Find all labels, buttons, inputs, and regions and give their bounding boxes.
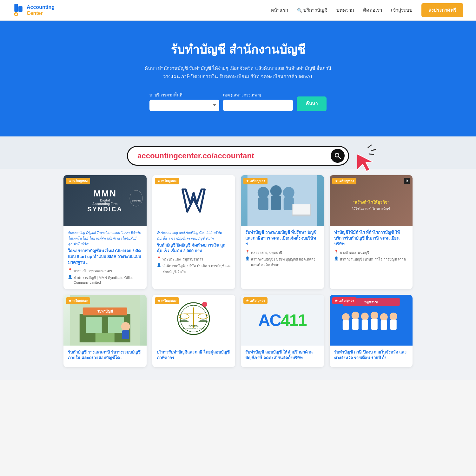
location-field: หาบริการตามพื้นที่	[149, 92, 219, 111]
svg-line-5	[339, 157, 341, 159]
card-1-subtitle: Accounting Digital Transformation "เวลา …	[68, 230, 142, 247]
card-6-badge: ★ เหรียญทอง	[155, 297, 179, 304]
card-7[interactable]: ★ เหรียญทอง AC411 รับทำบัญชี สอบบัญชี ให…	[241, 295, 324, 367]
card-5-badge: ★ เหรียญทอง	[66, 297, 90, 304]
svg-point-16	[270, 185, 282, 197]
card-6-title: บริการรับทำบัญชีและภาษี โดยผู้สอบบัญชีภา…	[157, 349, 231, 361]
search-form: หาบริการตามพื้นที่ เขต (เฉพาะกรุงเทพฯ) ค…	[13, 92, 463, 111]
card-4-image: ★ เหรียญทอง R "สร้างกำไรให้ธุรกิจ"ไว้ใจใ…	[330, 175, 413, 226]
svg-point-29	[121, 322, 130, 331]
url-bar-wrapper: accountingcenter.co/accountant	[127, 146, 349, 166]
card-6[interactable]: ★ เหรียญทอง PAPADSARA	[152, 295, 235, 367]
card-4-body: ทำบัญชีให้มีกำไร ที่กำไรการบัญชี ให้บริก…	[330, 226, 413, 267]
logo-icon	[13, 4, 24, 17]
svg-rect-46	[361, 320, 368, 330]
card-3-location: 📍 คลองหลวง, ปทุมธานี	[245, 250, 320, 255]
card-5[interactable]: ★ เหรียญทอง รับทำบัญชี	[63, 295, 147, 367]
papadsara-logo: PAPADSARA ACCOUNTING SERVICES CO.,LTD.	[175, 301, 213, 342]
svg-point-18	[283, 187, 294, 198]
card-6-image: ★ เหรียญทอง PAPADSARA	[152, 295, 235, 346]
card-2-image: ★ เหรียญทอง	[152, 175, 235, 226]
card-3[interactable]: ★ เหรียญทอง	[241, 175, 324, 289]
svg-rect-42	[342, 320, 349, 330]
card-5-body: รับทำบัญชี วางแผนภาษี รับวางระบบบัญชีภาย…	[63, 346, 147, 367]
card-7-body: รับทำบัญชี สอบบัญชี ให้คำปรึกษาด้านบัญชี…	[241, 346, 324, 367]
location-select[interactable]	[149, 100, 219, 111]
svg-point-45	[361, 313, 368, 320]
pin-icon-3: 📍	[245, 250, 250, 254]
svg-rect-15	[258, 197, 268, 210]
nav-articles[interactable]: บทความ	[336, 6, 354, 14]
svg-text:ACCOUNTING SERVICES CO.,LTD.: ACCOUNTING SERVICES CO.,LTD.	[183, 328, 204, 329]
hero-title: รับทำบัญชี สำนักงานบัญชี	[13, 40, 463, 59]
district-field: เขต (เฉพาะกรุงเทพฯ)	[223, 92, 293, 111]
card-7-title: รับทำบัญชี สอบบัญชี ให้คำปรึกษาด้านบัญชี…	[245, 349, 320, 361]
pin-icon-4: 📍	[334, 250, 339, 254]
card-1-body: Accounting Digital Transformation "เวลา …	[63, 226, 147, 289]
card-2-subtitle: W Accounting and Auditing Co., Ltd. บริษ…	[157, 230, 231, 241]
svg-point-43	[351, 312, 359, 319]
svg-point-47	[370, 312, 378, 319]
card-4-location: 📍 บางบัวทอง, นนทบุรี	[334, 250, 408, 255]
district-input[interactable]	[223, 100, 293, 111]
card-4[interactable]: ★ เหรียญทอง R "สร้างกำไรให้ธุรกิจ"ไว้ใจใ…	[330, 175, 413, 289]
svg-rect-0	[14, 4, 18, 12]
card-1[interactable]: ★ เหรียญทอง MMN Digital Accounting Firm …	[63, 175, 147, 289]
url-bar: accountingcenter.co/accountant	[127, 146, 349, 166]
card-8-badge: ★ เหรียญทอง	[332, 297, 356, 304]
nav-login[interactable]: เข้าสู่ระบบ	[391, 6, 413, 14]
logo-line1: Accounting	[27, 4, 55, 10]
logo[interactable]: Accounting Center	[13, 4, 55, 17]
search-small-icon: 🔍	[297, 8, 302, 13]
main-nav: หน้าแรก 🔍 บริการบัญชี บทความ ติดต่อเรา เ…	[271, 3, 463, 17]
card-5-title: รับทำบัญชี วางแผนภาษี รับวางระบบบัญชีภาย…	[68, 349, 142, 361]
person-icon: 👤	[68, 275, 72, 279]
card-8[interactable]: ★ เหรียญทอง	[330, 295, 413, 367]
svg-line-8	[369, 154, 374, 155]
card-3-image: ★ เหรียญทอง	[241, 175, 324, 226]
card-1-company: 👤 สำนักงานบัญชี | MMN Syndicate Office C…	[68, 275, 142, 284]
card-1-badge: ★ เหรียญทอง	[66, 178, 90, 184]
nav-services[interactable]: 🔍 บริการบัญชี	[297, 6, 327, 14]
svg-rect-52	[390, 320, 396, 330]
svg-rect-30	[122, 330, 129, 339]
card-3-badge: ★ เหรียญทอง	[243, 178, 268, 184]
location-label: หาบริการตามพื้นที่	[149, 92, 182, 98]
svg-text:portrait: portrait	[132, 199, 141, 202]
hero-section: รับทำบัญชี สำนักงานบัญชี ค้นหา สำนักงานบ…	[0, 21, 476, 136]
register-button[interactable]: ลงประกาศฟรี	[421, 3, 463, 17]
r-badge: R	[404, 178, 410, 184]
nav-contact[interactable]: ติดต่อเรา	[363, 6, 382, 14]
svg-rect-26	[96, 333, 115, 342]
ac411-logo: AC411	[258, 311, 307, 330]
card-8-title: รับทำบัญชี ภาษี ปิดงบ ภายในจังหวัด และต่…	[334, 349, 408, 361]
logo-line2: Center	[27, 10, 55, 16]
w-logo-svg	[179, 186, 208, 215]
url-search-icon	[331, 149, 345, 163]
svg-line-7	[371, 149, 375, 151]
card-2-body: W Accounting and Auditing Co., Ltd. บริษ…	[152, 226, 235, 279]
card-1-title: ใครอยากทำบัญชีแนวใหม่ Clickเลย!! คิดแบบ …	[68, 248, 142, 266]
person-icon-3: 👤	[245, 256, 250, 261]
promo-text: "สร้างกำไรให้ธุรกิจ"ไว้ใจในงานทำไตรการบั…	[352, 199, 390, 212]
svg-rect-24	[86, 317, 102, 333]
card-4-company: 👤 สำนักงานบัญชี | บริษัท กำไร การบัญชี จ…	[334, 256, 408, 262]
svg-text:บัญชี จำกัด: บัญชี จำกัด	[364, 301, 378, 304]
logo-text: Accounting Center	[27, 4, 55, 16]
hero-description: ค้นหา สำนักงานบัญชี รับทำบัญชี ได้ง่ายๆ …	[143, 64, 333, 80]
card-8-image: ★ เหรียญทอง	[330, 295, 413, 346]
svg-rect-21	[293, 204, 310, 215]
card-2[interactable]: ★ เหรียญทอง W Accounting and Auditing Co…	[152, 175, 235, 289]
card-3-title: รับทำบัญชี วางระบบบัญชี ที่ปรึกษา บัญชีแ…	[245, 230, 320, 247]
svg-rect-48	[371, 319, 377, 330]
nav-home[interactable]: หน้าแรก	[271, 6, 288, 14]
svg-rect-44	[352, 319, 358, 330]
search-button[interactable]: ค้นหา	[297, 96, 327, 111]
svg-rect-1	[18, 6, 23, 12]
card-6-body: บริการรับทำบัญชีและภาษี โดยผู้สอบบัญชีภา…	[152, 346, 235, 367]
svg-point-3	[15, 13, 17, 15]
svg-text:รับทำบัญชี: รับทำบัญชี	[97, 309, 113, 314]
svg-point-51	[389, 313, 397, 320]
cards-section: ★ เหรียญทอง MMN Digital Accounting Firm …	[0, 169, 476, 380]
cursor-arrow	[351, 144, 379, 174]
